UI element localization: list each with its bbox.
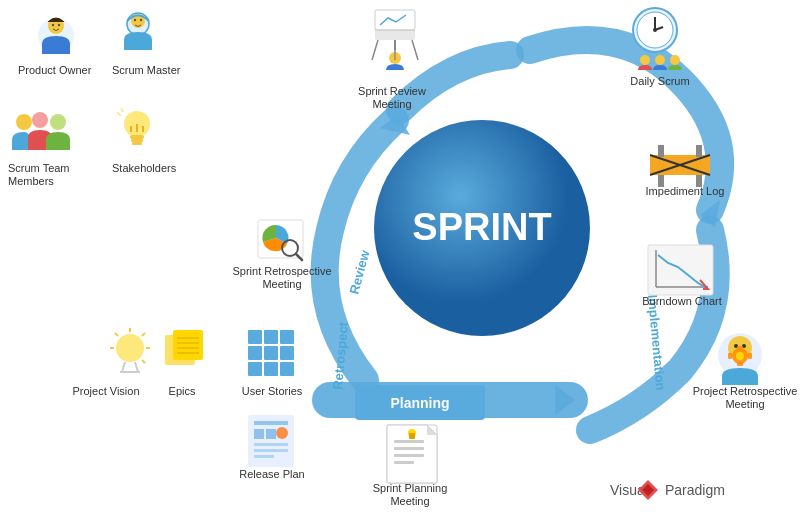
project-vision-icon [110,328,150,372]
release-plan-icon [248,415,294,467]
svg-line-23 [142,333,145,336]
svg-rect-106 [394,461,414,464]
review-label: Review [346,248,372,296]
svg-point-9 [32,112,48,128]
impediment-log-label: Impediment Log [646,185,725,197]
stakeholders-icon [117,108,150,145]
svg-rect-37 [248,330,262,344]
svg-rect-104 [394,447,424,450]
svg-text:Meeting: Meeting [262,278,301,290]
svg-point-3 [58,24,60,26]
svg-rect-42 [280,346,294,360]
sprint-review-item [372,10,418,70]
project-retrospective-label: Project Retrospective [693,385,798,397]
svg-rect-38 [264,330,278,344]
svg-rect-43 [248,362,262,376]
svg-rect-45 [280,362,294,376]
user-stories-icon [248,330,294,376]
svg-rect-13 [130,135,144,139]
svg-rect-105 [394,454,424,457]
sprint-planning-label: Sprint Planning [373,482,448,494]
svg-line-62 [372,40,378,60]
svg-text:Meeting: Meeting [725,398,764,410]
daily-scrum-label: Daily Scrum [630,75,689,87]
svg-point-7 [140,19,142,21]
sprint-text: SPRINT [412,206,551,248]
svg-line-25 [142,360,145,363]
svg-rect-51 [254,449,288,452]
svg-point-73 [670,55,680,65]
svg-point-89 [736,352,744,360]
svg-point-2 [52,24,54,26]
product-owner-icon [38,18,74,54]
svg-rect-53 [276,427,288,439]
svg-point-6 [134,19,136,21]
svg-rect-44 [264,362,278,376]
svg-rect-78 [696,145,702,157]
scrum-master-label: Scrum Master [112,64,181,76]
epics-icon [165,330,203,365]
scrum-team-label: Scrum Team [8,162,70,174]
svg-rect-52 [254,455,274,458]
sprint-review-label: Sprint Review [358,85,426,97]
svg-rect-40 [248,346,262,360]
svg-rect-39 [280,330,294,344]
svg-rect-91 [737,362,743,366]
daily-scrum-item [633,8,682,70]
svg-rect-92 [728,353,732,359]
svg-line-20 [121,108,123,112]
svg-text:Meeting: Meeting [390,495,429,507]
svg-rect-93 [748,353,752,359]
svg-point-21 [116,334,144,362]
svg-rect-103 [394,440,424,443]
svg-rect-90 [737,346,743,350]
svg-rect-41 [264,346,278,360]
svg-rect-14 [131,139,143,142]
epics-label: Epics [169,385,196,397]
svg-line-26 [115,333,118,336]
svg-line-19 [117,112,121,116]
project-vision-label: Project Vision [72,385,139,397]
scrum-master-icon [124,13,152,50]
svg-rect-77 [658,145,664,157]
svg-rect-58 [375,10,415,30]
svg-rect-15 [132,142,142,145]
sprint-retrospective-item [258,220,303,260]
svg-text:Members: Members [8,175,54,187]
svg-point-109 [411,434,414,437]
impediment-log-item [650,145,710,187]
svg-point-8 [16,114,32,130]
svg-line-63 [412,40,418,60]
svg-line-28 [122,362,125,372]
release-plan-label: Release Plan [239,468,304,480]
svg-text:Meeting: Meeting [372,98,411,110]
svg-point-71 [640,55,650,65]
project-retrospective-item [718,333,762,385]
svg-rect-32 [173,330,203,360]
user-stories-label: User Stories [242,385,303,397]
svg-point-10 [50,114,66,130]
svg-point-70 [653,28,657,32]
svg-rect-50 [254,443,288,446]
top-arc [400,55,510,110]
svg-rect-48 [254,429,264,439]
stakeholders-label: Stakeholders [112,162,177,174]
product-owner-label: Product Owner [18,64,92,76]
vp-brand-text: Paradigm [665,482,725,498]
burndown-chart-label: Burndown Chart [642,295,722,307]
svg-line-29 [135,362,138,372]
sprint-retrospective-label: Sprint Retrospective [232,265,331,277]
planning-label: Planning [390,395,449,411]
implementation-label: Implementation [645,294,668,391]
svg-point-72 [655,55,665,65]
svg-rect-47 [254,421,288,425]
burndown-chart-item [648,245,713,295]
sprint-planning-icon [387,425,437,483]
svg-rect-49 [266,429,276,439]
scrum-team-icon [12,112,70,150]
